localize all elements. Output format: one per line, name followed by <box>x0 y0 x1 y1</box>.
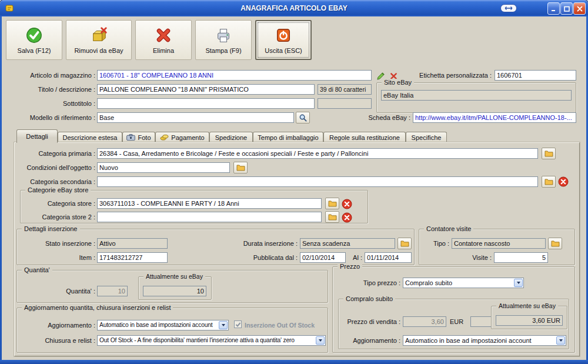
quantita-field: 10 <box>97 286 128 296</box>
prezzo-vendita-label: Prezzo di vendita : <box>340 318 400 326</box>
etichetta-personalizzata-field[interactable]: 1606701 <box>495 70 576 81</box>
quantita-group-title: Quantita' <box>22 266 52 274</box>
tab-tempo-imballaggio[interactable]: Tempo di imballaggio <box>253 132 323 142</box>
pubblicata-dal-field[interactable]: 02/10/2014 <box>300 252 346 263</box>
categoria-store-2-label: Categoria store 2 : <box>24 213 95 221</box>
save-check-icon <box>25 26 43 44</box>
aggiornamento-combo[interactable]: Automatico in base ad impostazioni accou… <box>97 320 229 330</box>
save-button-label: Salva (F12) <box>18 47 51 54</box>
delete-x-icon <box>155 26 172 44</box>
prezzo-group-title: Prezzo <box>338 263 362 271</box>
sottotitolo-char-counter <box>318 98 372 109</box>
durata-inserzione-field: Senza scadenza <box>300 238 395 249</box>
titolo-descrizione-field[interactable]: PALLONE COMPLEANNO "18 ANNI" PRISMATICO <box>97 84 315 95</box>
chiusura-relist-combo[interactable]: Out Of Stock - A fine disponibilita' man… <box>97 335 326 346</box>
chiusura-relist-label: Chiusura e relist : <box>15 336 95 345</box>
minimize-button[interactable] <box>547 2 560 15</box>
sito-ebay-group-title: Sito eBay <box>382 79 414 86</box>
prezzo-vendita-extra-field <box>470 316 492 327</box>
dettagli-inserzione-group-title: Dettagli inserzione <box>22 225 80 233</box>
categoria-primaria-label: Categoria primaria : <box>15 149 95 158</box>
categoria-secondaria-field[interactable] <box>97 176 538 187</box>
resize-arrows-icon <box>504 6 513 11</box>
tipo-prezzo-value: Compralo subito <box>405 279 513 287</box>
minimize-icon <box>551 6 557 12</box>
etichetta-personalizzata-label: Etichetta personalizzata : <box>403 71 492 79</box>
tab-foto-label: Foto <box>138 134 151 141</box>
chevron-down-icon[interactable] <box>556 336 565 345</box>
categoria-store-field[interactable]: 3063711013 - COMPLEANNI E PARTY / 18 Ann… <box>97 198 322 209</box>
print-button[interactable]: Stampa (F9) <box>195 20 252 60</box>
articolo-di-magazzino-field[interactable]: 1606701 - 18" COMPLEANNO 18 ANNI <box>97 70 372 81</box>
visite-field[interactable]: 5 <box>494 252 548 263</box>
tab-pagamento[interactable]: Pagamento <box>155 132 209 142</box>
sottotitolo-field[interactable] <box>97 98 315 109</box>
resize-toggle-button[interactable] <box>500 4 517 12</box>
scheda-ebay-field[interactable]: http://www.ebay.it/itm/PALLONE-COMPLEANN… <box>413 112 576 123</box>
item-field[interactable]: 171483212727 <box>97 252 168 263</box>
categoria-store-clear-button[interactable] <box>341 198 353 210</box>
tab-specifiche[interactable]: Specifiche <box>406 132 447 142</box>
categoria-store-2-clear-button[interactable] <box>341 212 353 223</box>
prezzo-aggiornamento-value: Automatico in base ad impostazioni accou… <box>405 336 555 345</box>
categoria-store-2-field[interactable] <box>97 212 322 222</box>
window-border-bottom <box>0 360 588 364</box>
out-of-stock-checkbox-label: Inserzione Out Of Stock <box>245 321 315 329</box>
condizioni-oggetto-browse-button[interactable] <box>233 162 248 173</box>
exit-button[interactable]: Uscita (ESC) <box>255 20 312 60</box>
tipo-contatore-browse-button[interactable] <box>548 238 562 249</box>
al-field[interactable]: 01/11/2014 <box>365 252 412 263</box>
stato-inserzione-label: Stato inserzione : <box>24 239 95 248</box>
camera-icon <box>126 134 135 141</box>
folder-icon <box>544 178 553 185</box>
articolo-di-magazzino-label: Articolo di magazzino : <box>5 71 95 79</box>
tab-foto[interactable]: Foto <box>122 132 155 142</box>
categoria-primaria-browse-button[interactable] <box>542 148 556 159</box>
tab-tempo-imballaggio-label: Tempo di imballaggio <box>258 134 318 141</box>
maximize-button[interactable] <box>560 2 573 15</box>
categoria-store-2-browse-button[interactable] <box>325 211 339 223</box>
titolo-char-counter: 39 di 80 caratteri <box>318 84 372 95</box>
quantita-attualmente-ebay-field: 10 <box>143 286 206 296</box>
anagrafica-articolo-ebay-window: ANAGRAFICA ARTICOLO EBAY Salva (F12) Rim… <box>0 0 588 364</box>
tab-regole-restituzione[interactable]: Regole sulla restituzione <box>323 132 406 142</box>
tab-dettagli[interactable]: Dettagli <box>16 129 58 143</box>
folder-icon <box>551 240 560 247</box>
delete-button-label: Elimina <box>153 47 174 54</box>
categorie-ebay-store-group-title: Categorie eBay store <box>25 186 91 194</box>
exit-button-label: Uscita (ESC) <box>265 47 302 54</box>
categoria-primaria-field[interactable]: 26384 - Casa, Arredamento e Bricolage / … <box>97 148 538 159</box>
chevron-down-icon[interactable] <box>514 279 523 287</box>
folder-icon <box>328 213 337 221</box>
save-button[interactable]: Salva (F12) <box>6 20 62 60</box>
title-bar[interactable]: ANAGRAFICA ARTICOLO EBAY <box>0 0 588 16</box>
categoria-secondaria-browse-button[interactable] <box>542 176 556 188</box>
remove-from-ebay-button[interactable]: Rimuovi da eBay <box>66 20 132 60</box>
tab-descrizione-estesa[interactable]: Descrizione estesa <box>58 132 122 142</box>
remove-circle-icon <box>558 176 569 187</box>
prezzo-attualmente-ebay-group-title: Attualmente su eBay <box>496 302 558 310</box>
printer-icon <box>215 26 232 44</box>
titolo-descrizione-label: Titolo / descrizione : <box>5 85 95 93</box>
sito-ebay-field: eBay Italia <box>381 90 572 101</box>
condizioni-oggetto-field[interactable]: Nuovo <box>97 162 230 173</box>
prezzo-aggiornamento-combo[interactable]: Automatico in base ad impostazioni accou… <box>403 335 566 346</box>
tipo-prezzo-combo[interactable]: Compralo subito <box>403 278 524 288</box>
aggiornamento-label: Aggiornamento : <box>15 321 95 329</box>
durata-inserzione-browse-button[interactable] <box>397 238 412 249</box>
durata-inserzione-label: Durata inserzione : <box>234 239 298 248</box>
tab-descrizione-estesa-label: Descrizione estesa <box>63 134 118 141</box>
out-of-stock-checkbox[interactable] <box>234 320 242 328</box>
categoria-secondaria-clear-button[interactable] <box>557 176 569 188</box>
tipo-prezzo-label: Tipo prezzo : <box>340 279 400 287</box>
maximize-icon <box>564 6 570 12</box>
scheda-ebay-label: Scheda eBay : <box>352 113 410 122</box>
categoria-store-browse-button[interactable] <box>325 198 339 209</box>
modello-search-button[interactable] <box>296 112 310 123</box>
chevron-down-icon[interactable] <box>219 321 228 329</box>
tab-spedizione[interactable]: Spedizione <box>209 132 253 142</box>
modello-riferimento-field[interactable]: Base <box>97 112 294 123</box>
delete-button[interactable]: Elimina <box>135 20 192 60</box>
close-button[interactable] <box>573 2 586 15</box>
chevron-down-icon[interactable] <box>316 336 325 345</box>
